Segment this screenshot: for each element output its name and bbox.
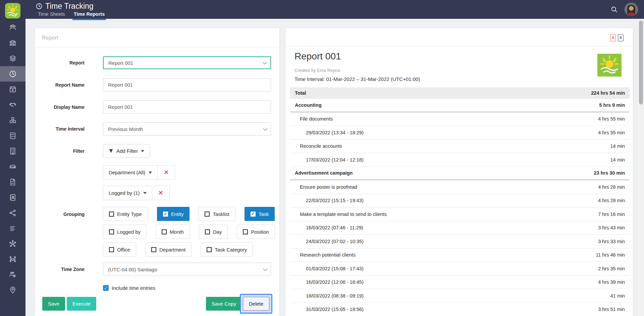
checkbox-unchecked-icon (207, 247, 212, 252)
time-interval-select[interactable]: Previous Month (103, 122, 271, 136)
table-row: 17/03/2022 (12:04 - 12:18)14 min (290, 153, 630, 167)
include-time-entries-checkbox checkbox-checked-icon[interactable]: ✓ (103, 285, 109, 291)
time-zone-label: Time Zone (35, 267, 85, 272)
table-row: 24/03/2022 (07:02 - 10:35)3 hrs 33 min (290, 235, 630, 249)
sidebar-item-company bank-icon[interactable] (0, 35, 25, 51)
remove-filter-department-button close-icon[interactable]: ✕ (158, 165, 175, 180)
funnel-icon (109, 149, 113, 153)
sidebar-item-fleet car-icon[interactable] (0, 159, 25, 174)
export-pdf-icon[interactable]: A (610, 34, 616, 41)
time-interval-label: Time Interval (35, 126, 85, 132)
sidebar-item-integrations network-hub-icon[interactable] (0, 236, 25, 252)
sidebar-item-documents document-signature-icon[interactable] (0, 174, 25, 190)
grouping-option-position[interactable]: Position (237, 225, 275, 239)
report-preview-panel: A X Report 001 Created by Ema Reyna Time… (285, 28, 633, 316)
export-xlsx-icon[interactable]: X (618, 34, 624, 41)
grouping-option-day[interactable]: Day (199, 225, 228, 239)
report-table: Total224 hrs 54 min Accounting5 hrs 9 mi… (290, 87, 630, 316)
grouping-option-entity[interactable]: ✓Entity (157, 207, 190, 221)
filter-label: Filter (35, 148, 85, 154)
chevron-down-icon (263, 60, 267, 64)
save-button[interactable]: Save (42, 297, 65, 311)
checkbox-checked-icon: ✓ (251, 212, 256, 217)
report-name-label: Report Name (35, 82, 85, 88)
caret-down-icon (143, 192, 147, 194)
sidebar-item-onboarding carry-box-icon[interactable] (0, 252, 25, 267)
delete-button[interactable]: Delete (243, 297, 269, 311)
caret-down-icon (141, 150, 144, 152)
app-logo sun-logo-icon[interactable] (5, 3, 20, 18)
sidebar-item-deals handshake-icon[interactable] (0, 97, 25, 112)
display-name-label: Display Name (35, 104, 85, 110)
table-row: 16/03/2022 (07:46 - 11:29)3 hrs 43 min (290, 221, 630, 235)
table-row: 22/03/2022 (15:15 - 19:43)4 hrs 28 min (290, 194, 630, 208)
checkbox-unchecked-icon (205, 212, 210, 217)
tab-time-sheets[interactable]: Time Sheets (37, 10, 66, 19)
report-select[interactable]: Report 001 (103, 56, 271, 69)
sidebar-item-feed text-lines-icon[interactable] (0, 221, 25, 236)
checkbox-checked-icon: ✓ (163, 212, 168, 217)
search-icon[interactable] (610, 6, 618, 13)
grouping-option-month[interactable]: Month (156, 225, 190, 239)
grouping-option-logged-by[interactable]: Logged by (103, 225, 147, 239)
table-row: Research potential clients11 hrs 46 min (290, 249, 630, 262)
sidebar-item-surveys checklist-icon[interactable] (0, 128, 25, 143)
grouping-option-task[interactable]: ✓Task (245, 207, 275, 221)
tab-bar: Time Sheets Time Reports (37, 10, 105, 19)
checkbox-unchecked-icon (109, 229, 114, 234)
user-avatar[interactable] (625, 3, 638, 16)
checkbox-unchecked-icon (151, 247, 156, 252)
table-row: 29/03/2022 (13:34 - 18:29)4 hrs 55 min (290, 126, 630, 140)
sidebar-item-leave calendar-x-icon[interactable] (0, 82, 25, 97)
checkbox-unchecked-icon (109, 247, 114, 252)
sidebar-item-contacts address-book-icon[interactable] (0, 190, 25, 205)
report-name-input[interactable] (103, 78, 271, 91)
tab-time-reports[interactable]: Time Reports (73, 10, 105, 19)
caret-down-icon (149, 172, 152, 174)
sidebar-item-projects layers-icon[interactable] (0, 51, 25, 66)
sidebar-item-locations location-pin-icon[interactable] (0, 282, 25, 298)
sidebar-item-share share-nodes-icon[interactable] (0, 205, 25, 221)
table-row: 31/03/2022 (15:05 - 18:56)3 hrs 51 min (290, 303, 630, 316)
display-name-input[interactable] (103, 100, 271, 114)
report-time-interval: Time Interval: 01-Mar-2022 – 31-Mar-2022… (294, 76, 420, 82)
save-copy-button[interactable]: Save Copy (206, 297, 242, 311)
panel-title: Report (42, 35, 58, 41)
grouping-option-tasklist[interactable]: Tasklist (199, 207, 235, 221)
filter-chip-logged-by-dropdown[interactable]: Logged by (1) (103, 186, 152, 200)
report-created-by: Created by Ema Reyna (294, 68, 340, 73)
grouping-option-entity-type[interactable]: Entity Type (103, 207, 148, 221)
top-header: Time Tracking Time Sheets Time Reports (0, 0, 644, 19)
table-row: File documents4 hrs 55 min (290, 112, 630, 126)
table-row: 18/03/2022 (08:38 - 09:19)41 min (290, 289, 630, 303)
chevron-down-icon (263, 267, 267, 271)
report-total-row: Total224 hrs 54 min (290, 87, 630, 99)
page-title: Time Tracking (36, 2, 94, 11)
checkbox-unchecked-icon (243, 229, 248, 234)
sidebar-item-assets cubes-icon[interactable] (0, 112, 25, 128)
report-title: Report 001 (294, 51, 341, 62)
delete-button-highlight: Delete (240, 294, 272, 314)
sidebar-item-offices building-icon[interactable] (0, 143, 25, 159)
sidebar-item-hr-settings people-gear-icon[interactable] (0, 267, 25, 282)
grouping-option-office[interactable]: Office (103, 242, 136, 257)
grouping-label: Grouping (35, 212, 85, 217)
sidebar-item-users users-icon[interactable] (0, 20, 25, 35)
grouping-option-task-category[interactable]: Task Category (201, 242, 253, 257)
report-label: Report (35, 60, 85, 65)
chevron-down-icon (263, 126, 267, 131)
checkbox-unchecked-icon (109, 212, 114, 217)
add-filter-button[interactable]: Add Filter (103, 144, 150, 158)
filter-chip-department-dropdown[interactable]: Department (All) (103, 165, 158, 180)
scrollbar-thumb[interactable] (639, 20, 643, 104)
grouping-option-department[interactable]: Department (145, 242, 192, 257)
execute-button[interactable]: Execute (67, 297, 96, 311)
table-row: Make a template email to send to clients… (290, 208, 630, 221)
company-logo sun-logo-icon (597, 54, 622, 77)
filter-chip-department: Department (All) ✕ (103, 165, 175, 180)
remove-filter-logged-by-button close-icon[interactable]: ✕ (152, 186, 170, 200)
table-row: 01/03/2022 (15:08 - 17:43)2 hrs 35 min (290, 262, 630, 276)
sidebar-item-time-tracking clock-icon[interactable] (0, 66, 25, 82)
table-row: Reconcile accounts14 min (290, 140, 630, 153)
time-zone-select[interactable]: (UTC-04:00) Santiago (103, 263, 271, 276)
